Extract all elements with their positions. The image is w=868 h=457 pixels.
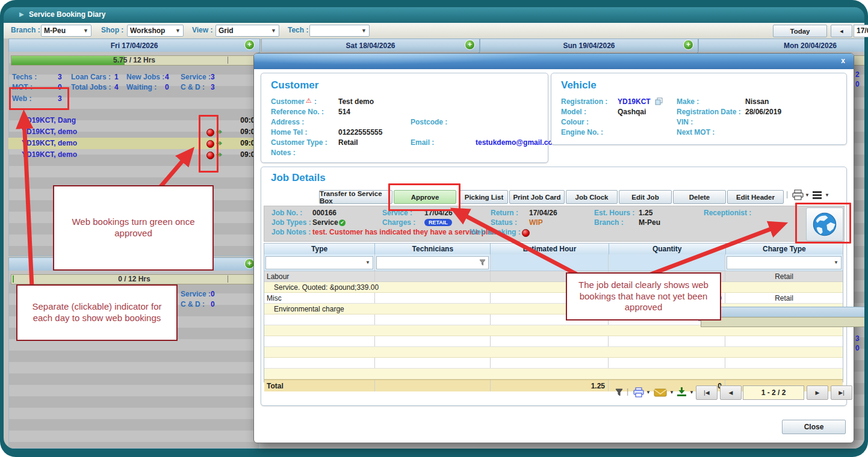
type-filter-dropdown[interactable]: ▼ xyxy=(265,256,373,269)
column-header[interactable]: Type xyxy=(264,244,375,254)
table-note-row[interactable]: Service. Quoted: &pound;339.00 xyxy=(264,282,843,293)
stat-value: 3 xyxy=(58,73,62,81)
registration-value[interactable]: YD19KCT xyxy=(618,97,651,106)
grid-print-icon[interactable] xyxy=(633,387,645,397)
booking-name: YD19KCT, demo xyxy=(22,127,77,136)
capacity-tick xyxy=(228,57,228,64)
filter-funnel-icon[interactable] xyxy=(479,259,486,266)
close-button[interactable]: Close xyxy=(782,420,846,434)
day-header-sun[interactable]: Sun 19/04/2026 xyxy=(480,38,698,53)
first-page-button[interactable]: |◀ xyxy=(696,385,718,400)
estimated-hour-filter-cell[interactable] xyxy=(491,254,609,271)
chevron-down-icon: ▼ xyxy=(365,260,370,265)
vehicle-panel: Vehicle Registration : YD19KCT Make : Ni… xyxy=(551,73,847,145)
column-header[interactable]: Quantity xyxy=(609,244,726,254)
grid-filter-icon[interactable] xyxy=(615,388,624,397)
web-booking-label: Web Booking : xyxy=(470,228,521,236)
delete-button[interactable]: Delete xyxy=(673,190,726,204)
capacity-bar-second: 0 / 12 Hrs xyxy=(11,274,258,284)
grid-export-icon[interactable] xyxy=(677,387,687,397)
today-button[interactable]: Today xyxy=(773,25,827,37)
email-value[interactable]: testukdemo@gmail.com xyxy=(476,138,559,147)
table-empty-row xyxy=(264,347,843,358)
home-tel-value: 01222555555 xyxy=(338,128,382,136)
model-value: Qashqai xyxy=(618,108,646,116)
stat-label: Total Jobs : xyxy=(71,83,111,91)
engine-no-label: Engine No. : xyxy=(561,128,603,136)
grid-email-icon[interactable] xyxy=(654,388,667,397)
add-booking-icon[interactable]: + xyxy=(465,40,475,50)
column-header[interactable]: Estimated Hour xyxy=(491,244,609,254)
shop-value: Workshop xyxy=(130,26,165,35)
last-page-button[interactable]: ▶| xyxy=(831,385,852,400)
copy-icon[interactable] xyxy=(655,97,663,105)
technicians-cell xyxy=(375,271,491,281)
day-header-mon[interactable]: Mon 20/04/2026 xyxy=(698,38,864,53)
list-menu-icon[interactable] xyxy=(812,191,823,200)
type-cell: Labour xyxy=(264,271,375,281)
date-field-value: 17/0 xyxy=(857,26,868,35)
today-button-label: Today xyxy=(790,28,810,35)
job-no-label: Job No. : xyxy=(271,209,302,217)
column-header[interactable]: Charge Type xyxy=(726,244,843,254)
job-types-label: Job Types : xyxy=(271,218,311,227)
button-label: Edit Job xyxy=(631,194,659,201)
est-hours-label: Est. Hours : xyxy=(594,209,634,217)
next-mot-label: Next MOT : xyxy=(677,128,715,136)
add-booking-icon[interactable]: + xyxy=(244,40,255,50)
day-header-sat[interactable]: Sat 18/04/2026 xyxy=(261,38,480,53)
chevron-down-icon[interactable]: ▼ xyxy=(805,192,810,198)
table-row[interactable]: Labour 1.25 Retail xyxy=(264,271,843,282)
day-header-fri[interactable]: Fri 17/04/2026 xyxy=(8,38,260,53)
chevron-down-icon[interactable]: ▼ xyxy=(669,390,674,395)
page-indicator: 1 - 2 / 2 xyxy=(743,385,804,400)
picking-list-button[interactable]: Picking List xyxy=(460,190,508,204)
next-page-button[interactable]: ▶ xyxy=(807,385,828,400)
booking-row[interactable]: YD19KCT, demo ➔ 09:00 xyxy=(8,126,259,138)
shop-dropdown[interactable]: Workshop▼ xyxy=(127,25,184,37)
quantity-filter-cell[interactable] xyxy=(609,254,725,271)
transfer-to-service-box-button[interactable]: Transfer to Service Box xyxy=(319,190,392,204)
print-job-card-button[interactable]: Print Job Card xyxy=(509,190,565,204)
stat-value: 3 xyxy=(211,73,215,81)
chevron-down-icon[interactable]: ▼ xyxy=(646,390,651,395)
first-page-icon: |◀ xyxy=(704,390,709,396)
shop-label: Shop : xyxy=(101,26,123,34)
booking-row[interactable]: YD19KCT, Dang 00:00 xyxy=(8,115,259,126)
add-booking-icon[interactable]: + xyxy=(683,40,693,50)
stat-label: Service : xyxy=(181,290,211,298)
column-header[interactable]: Technicians xyxy=(375,244,491,254)
home-tel-label: Home Tel : xyxy=(271,128,307,136)
prev-day-button[interactable]: ◄ xyxy=(831,25,852,37)
title-expander-icon[interactable]: ▶ xyxy=(19,11,24,17)
date-field[interactable]: 17/0 xyxy=(854,25,868,37)
charges-label: Charges : xyxy=(382,218,415,227)
booking-row[interactable]: YD19KCT, demo ➔ 09:00 xyxy=(8,149,259,161)
callout-job-detail-web: The job detail clearly shows web booking… xyxy=(566,272,721,321)
close-button-label: Close xyxy=(804,423,824,431)
job-line-note: Service. Quoted: &pound;339.00 xyxy=(274,283,379,292)
charge-type-filter-dropdown[interactable]: ▼ xyxy=(727,256,842,269)
branch-dropdown[interactable]: M-Peu▼ xyxy=(41,25,91,37)
table-filter-row: ▼ ▼ xyxy=(264,254,843,271)
callout-web-bookings-green: Web bookings turn green once approved xyxy=(53,185,214,271)
close-icon[interactable]: x xyxy=(841,57,845,65)
edit-job-button[interactable]: Edit Job xyxy=(619,190,672,204)
colour-label: Colour : xyxy=(561,118,589,126)
table-row[interactable]: Misc 0 Retail xyxy=(264,293,843,304)
booking-row-selected[interactable]: YD19KCT, demo ➔ 09:00 xyxy=(8,138,259,149)
receptionist-label: Receptionist : xyxy=(704,209,751,217)
chevron-down-icon[interactable]: ▼ xyxy=(825,192,829,198)
est-hours-value: 1.25 xyxy=(639,209,653,217)
edit-header-button[interactable]: Edit Header xyxy=(727,190,784,204)
next-page-icon: ▶ xyxy=(816,390,820,396)
view-dropdown[interactable]: Grid▼ xyxy=(215,25,279,37)
job-clock-button[interactable]: Job Clock xyxy=(566,190,618,204)
prev-page-button[interactable]: ◀ xyxy=(720,385,742,400)
tech-dropdown[interactable]: ▼ xyxy=(309,25,370,37)
warning-icon: ⚠ xyxy=(306,97,312,105)
chevron-down-icon[interactable]: ▼ xyxy=(689,390,694,395)
day-title: Mon 20/04/2026 xyxy=(784,41,837,50)
print-menu-icon[interactable] xyxy=(792,189,804,201)
technicians-filter-input[interactable] xyxy=(376,256,489,269)
